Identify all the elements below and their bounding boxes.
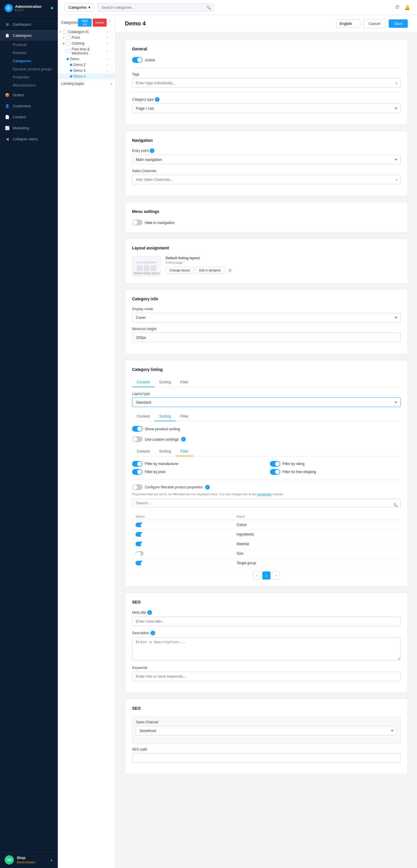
sidebar-item-dynamic-product-groups[interactable]: Dynamic product groups <box>13 65 58 73</box>
tree-checkbox[interactable] <box>63 30 67 34</box>
add-category-button[interactable]: Add list <box>78 19 92 27</box>
tree-more-icon[interactable]: ⋯ <box>109 42 113 45</box>
tab-content-2[interactable]: Content <box>132 412 154 421</box>
clock-icon[interactable]: ⏱ <box>395 5 399 10</box>
tree-add-icon[interactable]: + <box>105 75 109 79</box>
delete-layout-button[interactable]: 🗑 <box>227 267 234 274</box>
tree-checkbox[interactable] <box>66 49 71 53</box>
keywords-input[interactable] <box>132 672 401 681</box>
tab-content-3[interactable]: Content <box>132 447 154 456</box>
tab-sorting-3[interactable]: Sorting <box>154 447 176 456</box>
tree-add-icon[interactable]: + <box>105 30 109 34</box>
property-toggle[interactable] <box>136 532 144 537</box>
tree-item-demo[interactable]: Demo + ⋯ <box>58 56 115 62</box>
hide-in-nav-toggle[interactable] <box>132 220 142 225</box>
tree-add-icon[interactable]: + <box>105 63 109 67</box>
property-toggle[interactable] <box>136 551 144 556</box>
more-options-icon[interactable]: ⋮ <box>108 19 112 27</box>
property-toggle[interactable] <box>136 523 144 527</box>
tree-more-icon[interactable]: ⋯ <box>109 75 113 79</box>
info-icon[interactable]: i <box>181 437 186 441</box>
tree-item-demo4[interactable]: Demo 4 + ⋯ <box>58 73 115 79</box>
meta-title-info-icon[interactable]: i <box>147 610 152 615</box>
sidebar-item-catalogues[interactable]: 📋 Catalogues <box>0 30 58 41</box>
sidebar-item-marketing[interactable]: 📈 Marketing <box>0 122 58 133</box>
tree-more-icon[interactable]: ⋯ <box>109 57 113 61</box>
sidebar-item-dashboard[interactable]: ⊞ Dashboard <box>0 19 58 30</box>
prev-page-button[interactable]: ‹ <box>253 571 261 580</box>
language-select[interactable]: English <box>336 20 360 28</box>
landing-pages-item[interactable]: Landing pages › <box>58 79 115 88</box>
tree-add-icon[interactable]: + <box>105 57 109 61</box>
property-toggle[interactable] <box>136 561 144 565</box>
tree-item-demo3[interactable]: Demo 3 + ⋯ <box>58 68 115 73</box>
sidebar-item-manufacturers[interactable]: Manufacturers <box>13 81 58 89</box>
save-button[interactable]: Save <box>389 20 408 28</box>
tree-more-icon[interactable]: ⋯ <box>109 36 113 40</box>
tree-more-icon[interactable]: ⋯ <box>109 63 113 67</box>
sales-channels-input[interactable] <box>132 175 401 184</box>
tree-add-icon[interactable]: + <box>105 36 109 40</box>
sidebar-item-reviews[interactable]: Reviews <box>13 49 58 57</box>
filter-by-manufacturer-toggle[interactable] <box>132 461 142 467</box>
sidebar-footer-arrow[interactable]: ▲ <box>50 858 53 862</box>
delete-category-button[interactable]: Delete <box>93 19 107 27</box>
seo-path-input[interactable] <box>132 753 401 763</box>
tab-sorting[interactable]: Sorting <box>154 378 176 387</box>
next-page-button[interactable]: › <box>272 571 280 580</box>
tree-more-icon[interactable]: ⋯ <box>109 30 113 34</box>
page-1-button[interactable]: 1 <box>263 571 271 580</box>
layout-type-select[interactable]: Standard <box>132 398 401 407</box>
tree-item-demo2[interactable]: Demo 2 + ⋯ <box>58 62 115 68</box>
active-toggle[interactable] <box>132 57 142 63</box>
tree-add-icon[interactable]: + <box>105 42 109 45</box>
filter-props-search[interactable] <box>132 499 401 507</box>
edit-in-designer-button[interactable]: Edit in designer <box>195 267 225 274</box>
info-icon[interactable]: i <box>150 148 154 153</box>
filter-by-rating-toggle[interactable] <box>270 461 280 467</box>
sidebar-item-customers[interactable]: 👤 Customers <box>0 100 58 112</box>
tree-item-free-time[interactable]: Free time & electronics + ⋯ <box>58 46 115 56</box>
tags-input[interactable] <box>132 78 401 88</box>
display-mode-select[interactable]: Cover <box>132 313 401 322</box>
show-product-sorting-toggle[interactable] <box>132 426 142 432</box>
entry-point-select[interactable]: Main navigation <box>132 155 401 164</box>
configure-props-toggle[interactable] <box>132 484 142 490</box>
sidebar-item-content[interactable]: 📄 Content <box>0 112 58 122</box>
tree-more-icon[interactable]: ⋯ <box>109 69 113 73</box>
tab-filter-3[interactable]: Filter <box>176 447 193 456</box>
sidebar-item-collapse[interactable]: ◀ Collapse menu <box>0 133 58 144</box>
tab-content[interactable]: Content <box>132 378 154 387</box>
tree-checkbox[interactable] <box>66 36 71 40</box>
categories-button[interactable]: Categories ▾ <box>65 3 94 11</box>
sidebar-item-products[interactable]: Products <box>13 41 58 49</box>
use-custom-sortings-toggle[interactable] <box>132 436 142 442</box>
tree-more-icon[interactable]: ⋯ <box>109 50 113 53</box>
info-icon[interactable]: i <box>155 97 160 102</box>
tree-checkbox[interactable] <box>66 41 71 45</box>
property-toggle[interactable] <box>136 541 144 546</box>
tree-item-front[interactable]: ▾ Front + ⋯ <box>58 35 115 40</box>
search-input[interactable] <box>98 3 213 11</box>
tree-item-clothing[interactable]: ▶ Clothing + ⋯ <box>58 40 115 46</box>
sales-channel-select[interactable]: Storefront <box>136 726 397 736</box>
tree-item-catalogue1[interactable]: ▾ Catalogue #1 + ⋯ <box>58 29 115 35</box>
filter-by-price-toggle[interactable] <box>132 469 142 475</box>
bell-icon[interactable]: 🔔 <box>404 5 410 10</box>
configure-props-info-icon[interactable]: i <box>205 485 210 490</box>
change-layout-button[interactable]: Change layout <box>166 267 194 274</box>
filter-free-shipping-toggle[interactable] <box>270 469 280 475</box>
cancel-button[interactable]: Cancel <box>363 19 386 28</box>
tab-filter-2[interactable]: Filter <box>176 412 193 421</box>
sidebar-item-categories[interactable]: Categories <box>13 57 58 65</box>
meta-title-input[interactable] <box>132 617 401 626</box>
tab-filter[interactable]: Filter <box>176 378 193 387</box>
sidebar-item-orders[interactable]: 📦 Orders <box>0 89 58 100</box>
description-info-icon[interactable]: i <box>150 631 155 636</box>
tree-add-icon[interactable]: + <box>105 69 109 73</box>
tab-sorting-2[interactable]: Sorting <box>154 412 176 421</box>
properties-link[interactable]: properties <box>257 492 272 496</box>
description-textarea[interactable] <box>132 637 401 660</box>
sidebar-item-properties[interactable]: Properties <box>13 73 58 81</box>
category-type-select[interactable]: Page / List <box>132 103 401 113</box>
